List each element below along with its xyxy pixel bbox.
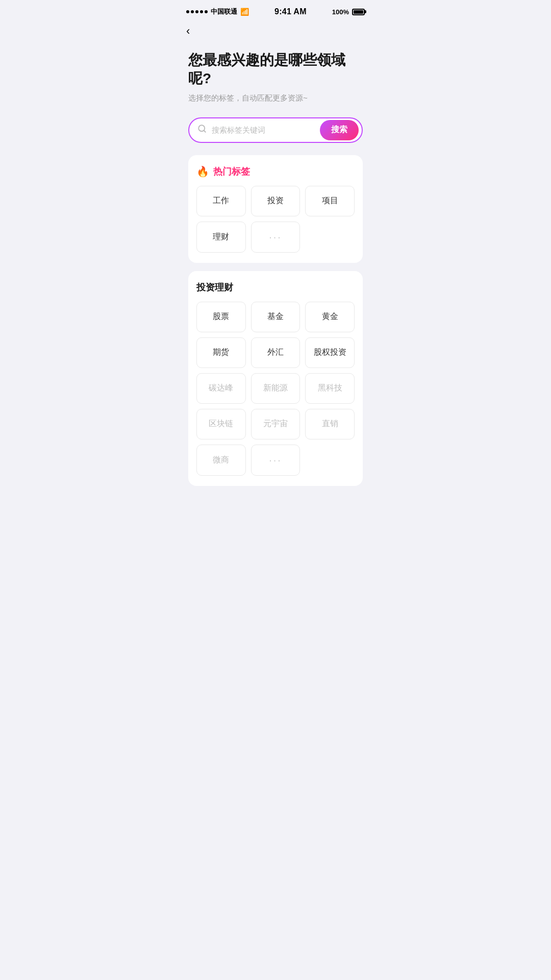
tag-item[interactable]: 新能源 [251,373,300,404]
search-input[interactable] [212,126,315,134]
battery-icon [352,9,365,15]
invest-tags-grid: 股票 基金 黄金 期货 外汇 股权投资 碳达峰 新能源 黑科技 区块链 元宇宙 … [196,302,355,476]
tag-item[interactable]: 元宇宙 [251,409,300,439]
tag-item[interactable]: 黄金 [305,302,355,332]
hot-tags-card: 🔥 热门标签 工作 投资 项目 理财 ··· [188,155,363,263]
status-bar: 中国联通 📶 9:41 AM 100% [176,0,375,20]
fire-icon: 🔥 [196,165,209,178]
hot-title-label: 热门标签 [213,165,250,178]
tag-item[interactable]: 微商 [196,445,246,476]
tag-item[interactable]: 外汇 [251,337,300,368]
invest-section-title: 投资理财 [196,281,355,293]
hot-tags-grid: 工作 投资 项目 理财 ··· [196,186,355,253]
battery-percent: 100% [332,8,349,16]
svg-line-1 [204,131,205,132]
search-bar: 搜索 [188,117,363,143]
tag-item[interactable]: 股票 [196,302,246,332]
back-button[interactable]: ‹ [186,24,190,38]
page-title: 您最感兴趣的是哪些领域呢? [188,51,363,88]
signal-icon [186,10,208,13]
carrier-label: 中国联通 [211,7,237,16]
wifi-icon: 📶 [240,8,249,16]
search-icon [197,124,207,136]
hot-section-title: 🔥 热门标签 [196,165,355,178]
tag-item[interactable]: 黑科技 [305,373,355,404]
tag-item-more[interactable]: ··· [251,222,300,253]
invest-tags-card: 投资理财 股票 基金 黄金 期货 外汇 股权投资 碳达峰 新能源 黑科技 区块链… [188,271,363,486]
tag-item[interactable]: 基金 [251,302,300,332]
tag-item[interactable]: 碳达峰 [196,373,246,404]
tag-item[interactable]: 区块链 [196,409,246,439]
tag-item[interactable]: 项目 [305,186,355,216]
tag-item[interactable]: 工作 [196,186,246,216]
page-subtitle: 选择您的标签，自动匹配更多资源~ [188,93,363,103]
tag-item[interactable]: 直销 [305,409,355,439]
page-content: 您最感兴趣的是哪些领域呢? 选择您的标签，自动匹配更多资源~ 搜索 🔥 热门标签… [176,46,375,509]
tag-item[interactable]: 期货 [196,337,246,368]
tag-item[interactable]: 股权投资 [305,337,355,368]
status-right: 100% [332,8,365,16]
nav-bar: ‹ [176,20,375,46]
tag-item-more[interactable]: ··· [251,445,300,476]
search-button[interactable]: 搜索 [320,120,359,140]
status-left: 中国联通 📶 [186,7,249,16]
tag-item[interactable]: 投资 [251,186,300,216]
status-time: 9:41 AM [274,7,307,16]
tag-item[interactable]: 理财 [196,222,246,253]
